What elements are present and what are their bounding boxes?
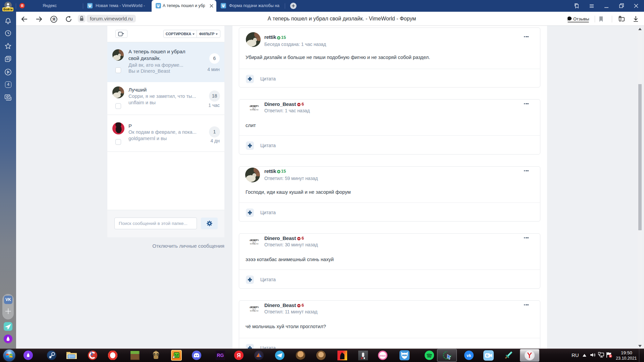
svg-text:RG: RG (217, 353, 224, 358)
svg-text:Я: Я (237, 353, 241, 358)
svg-text:osu!: osu! (380, 354, 386, 357)
svg-text:Я: Я (52, 17, 55, 22)
svg-text:vk: vk (467, 353, 471, 358)
